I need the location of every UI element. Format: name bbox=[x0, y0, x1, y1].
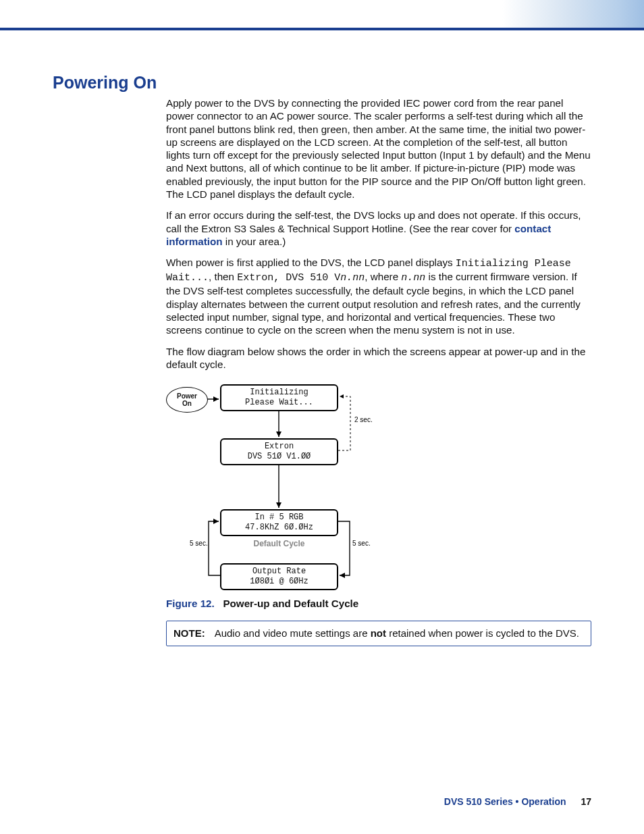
note-box: NOTE: Audio and video mute settings are … bbox=[166, 621, 591, 646]
footer-page-number: 17 bbox=[581, 796, 591, 807]
footer-series: DVS 510 Series • Operation bbox=[444, 796, 566, 807]
page-footer: DVS 510 Series • Operation 17 bbox=[444, 796, 591, 807]
lcd-screen-initializing: Initializing Please Wait... bbox=[220, 384, 338, 411]
lcd-screen-version: Extron DVS 51Ø V1.ØØ bbox=[220, 438, 338, 465]
delay-label-5sec-right: 5 sec. bbox=[352, 540, 371, 548]
delay-label-2sec: 2 sec. bbox=[354, 416, 373, 425]
lcd-text-variable: n.nn bbox=[401, 272, 425, 284]
paragraph: When power is first applied to the DVS, … bbox=[166, 256, 591, 336]
lcd-screen-input: In # 5 RGB 47.8KhZ 6Ø.ØHz bbox=[220, 509, 338, 536]
lcd-line: Output Rate bbox=[252, 567, 306, 576]
default-cycle-label: Default Cycle bbox=[220, 539, 338, 549]
flow-diagram: Power On Initializing Please Wait... Ext… bbox=[166, 379, 375, 592]
power-on-node: Power On bbox=[166, 387, 208, 413]
text-run: , then bbox=[209, 271, 237, 282]
lcd-line: Extron bbox=[265, 442, 294, 451]
body-column: Apply power to the DVS by connecting the… bbox=[166, 97, 591, 646]
text-run: retained when power is cycled to the DVS… bbox=[386, 627, 579, 639]
power-on-label-line2: On bbox=[182, 400, 192, 407]
lcd-line: In # 5 RGB bbox=[254, 513, 303, 522]
figure-caption: Figure 12. Power-up and Default Cycle bbox=[166, 597, 591, 610]
lcd-screen-output: Output Rate 1Ø8Øi @ 6ØHz bbox=[220, 563, 338, 590]
paragraph: If an error occurs during the self-test,… bbox=[166, 209, 591, 248]
delay-label-5sec-left: 5 sec. bbox=[190, 540, 208, 548]
lcd-line: 1Ø8Øi @ 6ØHz bbox=[250, 577, 308, 586]
lcd-line: Please Wait... bbox=[245, 398, 313, 407]
lcd-line: 47.8KhZ 6Ø.ØHz bbox=[245, 523, 313, 532]
page-content: Powering On Apply power to the DVS by co… bbox=[0, 30, 644, 834]
text-run: , where bbox=[365, 271, 401, 282]
note-text: Audio and video mute settings are not re… bbox=[215, 627, 579, 640]
paragraph: Apply power to the DVS by connecting the… bbox=[166, 97, 591, 201]
text-run: When power is first applied to the DVS, … bbox=[166, 257, 456, 268]
lcd-line: DVS 51Ø V1.ØØ bbox=[248, 452, 311, 461]
text-run: Audio and video mute settings are bbox=[215, 627, 371, 639]
lcd-text: Extron, DVS 510 V bbox=[237, 272, 340, 284]
lcd-text-variable: n.nn bbox=[340, 272, 365, 284]
power-on-label-line1: Power bbox=[177, 392, 197, 400]
text-bold: not bbox=[371, 627, 386, 639]
figure-title: Power-up and Default Cycle bbox=[223, 598, 358, 609]
paragraph: The flow diagram below shows the order i… bbox=[166, 345, 591, 371]
header-accent-bar bbox=[0, 0, 644, 30]
section-heading: Powering On bbox=[53, 73, 591, 93]
lcd-line: Initializing bbox=[250, 388, 308, 397]
text-run: in your area.) bbox=[223, 236, 286, 247]
figure-number: Figure 12. bbox=[166, 598, 215, 609]
note-label: NOTE: bbox=[173, 627, 205, 640]
